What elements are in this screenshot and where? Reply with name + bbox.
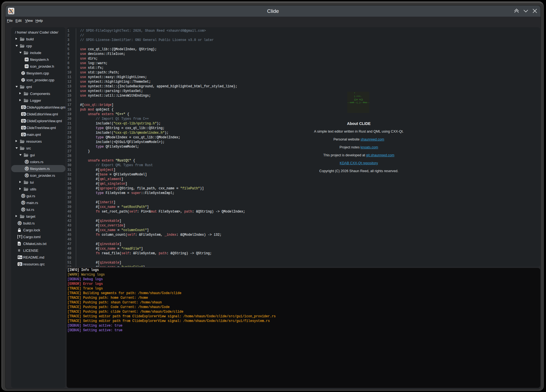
svg-text:R: R	[26, 160, 28, 163]
svg-text:R: R	[19, 222, 21, 225]
svg-text:Qt: Qt	[22, 106, 25, 109]
svg-text:H: H	[26, 58, 28, 61]
svg-text:H: H	[26, 64, 28, 68]
svg-text:R: R	[22, 201, 24, 204]
svg-text:R: R	[26, 174, 28, 177]
svg-text:C: C	[22, 78, 24, 81]
svg-text:Qt: Qt	[22, 112, 25, 115]
svg-text:Qt: Qt	[18, 262, 22, 265]
svg-text:Qt: Qt	[22, 133, 25, 136]
svg-text:R: R	[22, 194, 24, 197]
svg-text:R: R	[22, 208, 24, 211]
svg-text:R: R	[26, 167, 28, 170]
svg-text:Qt: Qt	[22, 126, 25, 129]
svg-text:Qt: Qt	[22, 119, 25, 122]
svg-text:C: C	[22, 71, 24, 74]
